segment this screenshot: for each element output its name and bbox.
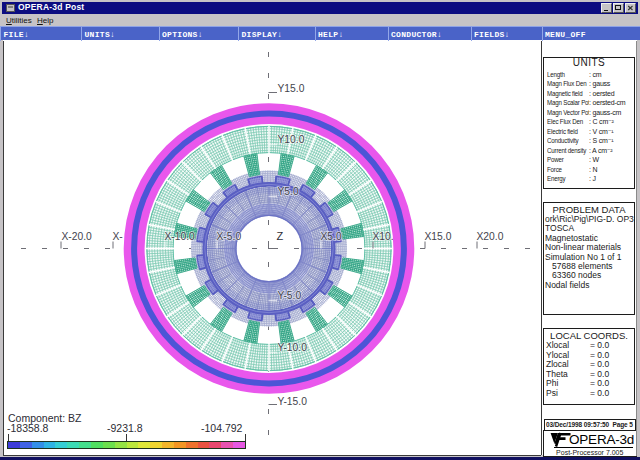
svg-text:Y10.0: Y10.0 [278, 134, 305, 145]
svg-text:Y5.0: Y5.0 [278, 186, 299, 197]
svg-text:X-10.0: X-10.0 [165, 231, 196, 242]
svg-text:Y-5.0: Y-5.0 [278, 290, 302, 301]
svg-text:X15.0: X15.0 [425, 231, 452, 242]
svg-text:X-20.0: X-20.0 [62, 231, 93, 242]
svg-text:X-: X- [113, 231, 123, 242]
svg-text:X20.0: X20.0 [477, 231, 504, 242]
svg-text:X-5.0: X-5.0 [217, 231, 242, 242]
svg-text:Z: Z [277, 230, 284, 242]
svg-text:Y-15.0: Y-15.0 [278, 396, 308, 407]
svg-text:Y-10.0: Y-10.0 [278, 342, 308, 353]
svg-text:X5.0: X5.0 [321, 231, 342, 242]
svg-text:Y15.0: Y15.0 [278, 83, 305, 94]
